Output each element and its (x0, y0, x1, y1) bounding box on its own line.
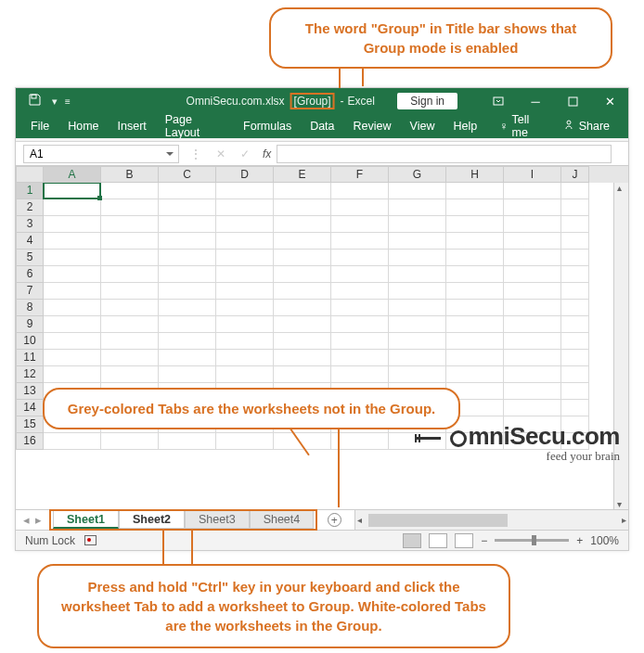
cell[interactable] (331, 366, 389, 383)
cell[interactable] (504, 383, 561, 400)
col-header[interactable]: C (159, 166, 216, 183)
horizontal-scrollbar[interactable]: ◂ ▸ (354, 510, 628, 530)
row-header[interactable]: 15 (16, 416, 44, 433)
fx-cancel-icon[interactable]: ✕ (209, 147, 233, 160)
col-header[interactable]: I (504, 166, 561, 183)
cell[interactable] (504, 233, 561, 250)
cell[interactable] (159, 333, 216, 350)
tab-file[interactable]: File (21, 116, 58, 136)
row-header[interactable]: 1 (16, 183, 44, 199)
cell[interactable] (561, 366, 589, 383)
cell[interactable] (561, 350, 589, 366)
cell[interactable] (446, 250, 504, 266)
row-header[interactable]: 14 (16, 400, 44, 416)
row-header[interactable]: 4 (16, 233, 44, 250)
cell[interactable] (216, 183, 274, 199)
cell[interactable] (389, 350, 446, 366)
cell[interactable] (446, 333, 504, 350)
cell[interactable] (44, 433, 101, 450)
fx-button[interactable]: fx (257, 147, 277, 160)
row-header[interactable]: 7 (16, 283, 44, 300)
cell[interactable] (561, 300, 589, 316)
cell[interactable] (561, 333, 589, 350)
cell[interactable] (159, 316, 216, 333)
maximize-icon[interactable] (554, 88, 591, 114)
cell[interactable] (389, 283, 446, 300)
cell[interactable] (216, 283, 274, 300)
row-header[interactable]: 8 (16, 300, 44, 316)
sheet-nav-prev-icon[interactable]: ◂ (23, 513, 30, 527)
cell[interactable] (216, 300, 274, 316)
cell[interactable] (504, 366, 561, 383)
cell[interactable] (504, 266, 561, 283)
cell[interactable] (561, 216, 589, 233)
col-header[interactable]: B (101, 166, 159, 183)
cell[interactable] (159, 350, 216, 366)
touch-mode-icon[interactable]: ▾ (52, 96, 58, 108)
cell[interactable] (44, 250, 101, 266)
scroll-thumb[interactable] (368, 514, 508, 527)
cell[interactable] (159, 199, 216, 216)
cell[interactable] (101, 233, 159, 250)
cell[interactable] (331, 199, 389, 216)
cell[interactable] (389, 266, 446, 283)
cell[interactable] (274, 283, 331, 300)
cell[interactable] (101, 300, 159, 316)
cell[interactable] (44, 350, 101, 366)
cell[interactable] (389, 316, 446, 333)
tab-data[interactable]: Data (301, 116, 343, 136)
cell[interactable] (216, 316, 274, 333)
col-header[interactable]: A (44, 166, 101, 183)
row-header[interactable]: 16 (16, 433, 44, 450)
cell[interactable] (389, 199, 446, 216)
cell[interactable] (216, 266, 274, 283)
minimize-icon[interactable]: ─ (517, 88, 554, 114)
col-header[interactable]: F (331, 166, 389, 183)
name-box[interactable]: A1 (23, 145, 179, 163)
close-icon[interactable]: ✕ (591, 88, 628, 114)
cell[interactable] (44, 199, 101, 216)
cell[interactable] (159, 233, 216, 250)
tab-insert[interactable]: Insert (109, 116, 156, 136)
cell[interactable] (446, 300, 504, 316)
cell[interactable] (331, 433, 389, 450)
cell[interactable] (331, 233, 389, 250)
cell[interactable] (216, 233, 274, 250)
scroll-left-icon[interactable]: ◂ (357, 515, 362, 525)
active-cell[interactable] (43, 183, 101, 199)
cell[interactable] (159, 183, 216, 199)
cell[interactable] (331, 216, 389, 233)
cell[interactable] (446, 266, 504, 283)
cell[interactable] (389, 183, 446, 199)
cell[interactable] (44, 300, 101, 316)
cell[interactable] (504, 316, 561, 333)
cell[interactable] (504, 183, 561, 199)
macro-record-icon[interactable] (84, 535, 97, 545)
cell[interactable] (446, 183, 504, 199)
col-header[interactable]: E (274, 166, 331, 183)
col-header[interactable]: G (389, 166, 446, 183)
save-icon[interactable] (29, 94, 41, 109)
cell[interactable] (101, 216, 159, 233)
cell[interactable] (216, 216, 274, 233)
sheet-tab-sheet1[interactable]: Sheet1 (53, 511, 119, 529)
cell[interactable] (561, 250, 589, 266)
cell[interactable] (101, 250, 159, 266)
cell[interactable] (446, 216, 504, 233)
zoom-slider[interactable] (495, 539, 569, 542)
cell[interactable] (44, 216, 101, 233)
cell[interactable] (159, 283, 216, 300)
cell[interactable] (504, 350, 561, 366)
cell[interactable] (101, 266, 159, 283)
share-button[interactable]: Share (554, 115, 623, 137)
cell[interactable] (216, 433, 274, 450)
sheet-tab-sheet2[interactable]: Sheet2 (119, 511, 185, 529)
col-header[interactable]: H (446, 166, 504, 183)
zoom-out-icon[interactable]: − (481, 534, 487, 547)
sheet-nav[interactable]: ◂ ▸ (16, 510, 49, 530)
cell[interactable] (216, 350, 274, 366)
cell[interactable] (274, 199, 331, 216)
cell[interactable] (561, 400, 589, 416)
cell[interactable] (561, 316, 589, 333)
cell[interactable] (504, 400, 561, 416)
